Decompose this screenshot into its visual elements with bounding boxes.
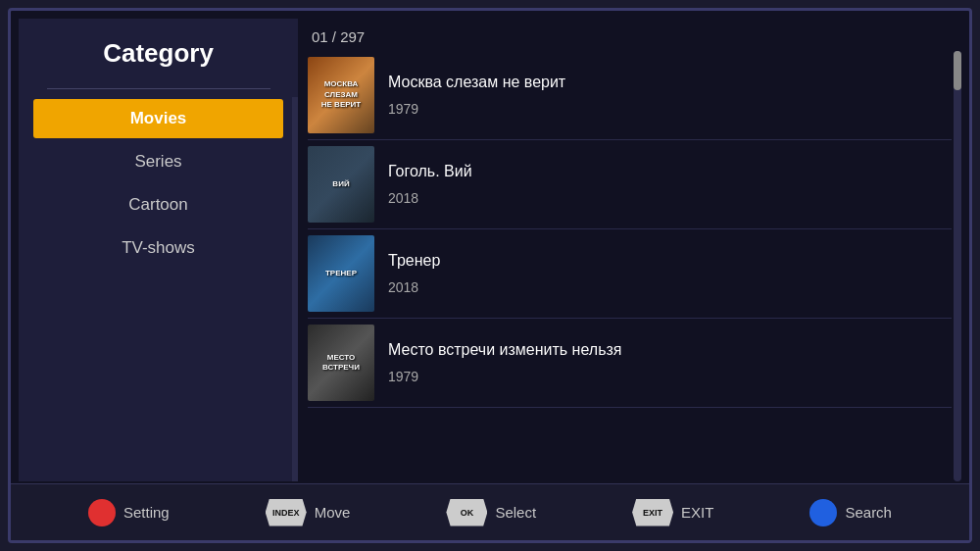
exit-button-icon: EXIT	[632, 499, 673, 526]
list-scrollbar[interactable]	[954, 51, 961, 481]
bottom-item-setting[interactable]: Setting	[88, 499, 170, 526]
sidebar-item-movies[interactable]: Movies	[33, 99, 283, 138]
sidebar-divider	[47, 88, 270, 89]
movie-thumb: МЕСТОВСТРЕЧИ	[308, 325, 374, 401]
movie-title: Гоголь. Вий	[388, 163, 472, 180]
movie-item[interactable]: МЕСТОВСТРЕЧИ Место встречи изменить нель…	[308, 319, 952, 408]
sidebar-title: Category	[103, 38, 214, 69]
bottom-item-exit[interactable]: EXIT EXIT	[632, 499, 713, 526]
index-button-icon: INDEX	[266, 499, 307, 526]
list-scrollbar-thumb	[954, 51, 961, 90]
ok-button-icon: OK	[446, 499, 487, 526]
movie-info: Тренер 2018	[388, 252, 440, 295]
movie-item[interactable]: МОСКВАСЛЕЗАМНЕ ВЕРИТ Москва слезам не ве…	[308, 51, 952, 140]
red-button-icon	[88, 499, 116, 526]
movie-title: Тренер	[388, 252, 440, 270]
movie-year: 2018	[388, 190, 472, 206]
movie-thumb: МОСКВАСЛЕЗАМНЕ ВЕРИТ	[308, 57, 374, 133]
setting-label: Setting	[123, 504, 170, 521]
main-content: 01 / 297 МОСКВАСЛЕЗАМНЕ ВЕРИТ Москва сле…	[298, 19, 961, 481]
sidebar-item-cartoon[interactable]: Cartoon	[33, 185, 283, 225]
movie-thumb: ТРЕНЕР	[308, 235, 374, 312]
movie-title: Москва слезам не верит	[388, 74, 565, 91]
movie-info: Место встречи изменить нельзя 1979	[388, 341, 621, 384]
movie-info: Москва слезам не верит 1979	[388, 74, 565, 117]
search-label: Search	[845, 504, 892, 521]
movie-item[interactable]: ВИЙ Гоголь. Вий 2018	[308, 140, 952, 229]
movie-year: 2018	[388, 279, 440, 295]
blue-button-icon	[809, 499, 837, 526]
sidebar: Category Movies Series Cartoon TV-shows	[19, 19, 298, 481]
move-label: Move	[315, 504, 351, 521]
movie-list: МОСКВАСЛЕЗАМНЕ ВЕРИТ Москва слезам не ве…	[298, 51, 961, 481]
sidebar-items: Movies Series Cartoon TV-shows	[19, 99, 298, 268]
movie-title: Место встречи изменить нельзя	[388, 341, 621, 359]
exit-label: EXIT	[681, 504, 713, 521]
counter: 01 / 297	[298, 19, 961, 51]
bottom-bar: Setting INDEX Move OK Select EXIT EXIT S…	[11, 483, 969, 540]
sidebar-item-series[interactable]: Series	[33, 142, 283, 181]
bottom-item-search[interactable]: Search	[809, 499, 892, 526]
sidebar-item-tvshows[interactable]: TV-shows	[33, 228, 283, 268]
select-label: Select	[495, 504, 536, 521]
movie-year: 1979	[388, 101, 565, 117]
movie-info: Гоголь. Вий 2018	[388, 163, 472, 206]
bottom-item-move[interactable]: INDEX Move	[266, 499, 351, 526]
movie-year: 1979	[388, 369, 621, 384]
bottom-item-select[interactable]: OK Select	[446, 499, 536, 526]
movie-thumb: ВИЙ	[308, 146, 374, 223]
movie-item[interactable]: ТРЕНЕР Тренер 2018	[308, 229, 952, 319]
main-container: Category Movies Series Cartoon TV-shows …	[8, 8, 972, 543]
